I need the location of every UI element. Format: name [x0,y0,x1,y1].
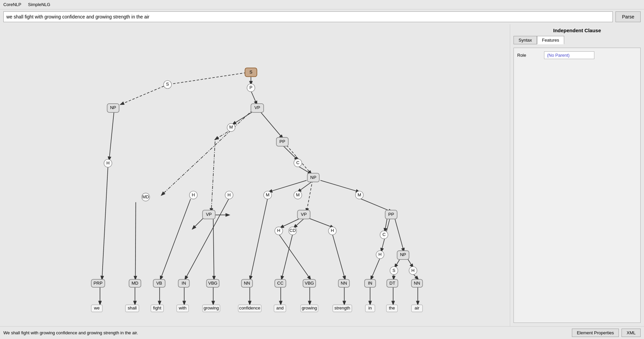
right-panel-title: Independent Clause [514,28,641,33]
tab-syntax[interactable]: Syntax [514,36,537,44]
menu-simplenlg[interactable]: SimpleNLG [28,2,50,7]
bottom-bar: We shall fight with growing confidence a… [0,326,644,339]
svg-line-4 [233,112,253,125]
svg-line-7 [215,131,230,139]
tree-panel: S P VP S NP M PP [0,24,510,326]
xml-button[interactable]: XML [622,329,641,337]
node-S-label: S [250,69,253,75]
node-NP-left-label: NP [110,105,116,110]
node-PP-mid-label: PP [279,139,285,144]
svg-line-12 [136,202,136,280]
tab-features[interactable]: Features [537,36,564,44]
tree-svg: S P VP S NP M PP [0,24,510,326]
pos-PRP-label: PRP [94,281,103,286]
svg-line-35 [371,258,380,279]
role-value: (No Parent) [544,51,594,59]
word-in-text: in [368,305,372,310]
word-growing2-text: growing [302,305,317,310]
role-label: Role [517,53,544,58]
node-M3-label: M [296,192,300,197]
node-MD-circle-label: MD [142,194,149,199]
svg-line-2 [167,72,246,85]
parse-button[interactable]: Parse [615,11,641,22]
svg-line-17 [213,218,214,279]
pos-NN3-label: NN [414,281,420,286]
pos-CC-label: CC [277,281,283,286]
word-we-text: we [94,305,100,310]
svg-line-20 [299,166,311,174]
node-M1-label: M [229,125,233,130]
node-NP-mid-label: NP [310,175,316,180]
svg-line-32 [359,198,392,212]
sentence-input[interactable] [3,11,613,22]
word-air-text: air [415,305,420,310]
word-shall-text: shall [128,305,137,310]
svg-line-30 [309,218,334,228]
node-VP-top-label: VP [254,105,260,110]
svg-line-10 [162,112,251,195]
node-M4-label: M [358,192,361,197]
svg-line-28 [294,218,305,228]
svg-line-6 [109,112,114,160]
node-C1-label: C [296,160,299,165]
app-container: CoreNLP SimpleNLG Parse [0,0,644,339]
svg-line-19 [283,145,298,160]
node-NP-small-label: NP [400,252,406,257]
node-H7-label: H [412,268,415,273]
pos-VB-label: VB [156,281,162,286]
svg-line-9 [102,166,108,279]
pos-IN-label: IN [182,281,186,286]
node-H1-label: H [106,160,109,165]
svg-line-26 [280,218,301,228]
pos-MD-label: MD [131,281,138,286]
element-props-button[interactable]: Element Properties [572,329,619,337]
word-growing1-text: growing [204,305,219,310]
node-H6-label: H [378,252,381,257]
word-confidence-text: confidence [239,305,260,310]
svg-line-21 [269,180,307,192]
pos-DT-label: DT [389,281,395,286]
word-the-text: the [389,305,395,310]
svg-line-8 [211,139,215,212]
node-H5-label: H [331,228,334,233]
node-S-circle-label: S [166,82,169,87]
svg-line-5 [261,112,283,138]
pos-NN2-label: NN [341,281,347,286]
svg-line-24 [320,180,359,192]
main-area: S P VP S NP M PP [0,24,644,326]
pos-VBG-label: VBG [208,281,218,286]
svg-line-27 [279,234,311,279]
word-with-text: with [178,305,186,310]
node-CD-label: CD [289,228,296,233]
pos-IN2-label: IN [368,281,372,286]
node-PP-right-label: PP [388,212,394,217]
node-H2-label: H [192,192,195,197]
svg-line-25 [250,198,268,280]
pos-VBG2-label: VBG [305,281,314,286]
tabs-row: Syntax Features [514,36,641,44]
menu-bar: CoreNLP SimpleNLG [0,0,644,9]
node-P-label: P [250,85,253,90]
node-VP-mid-label: VP [206,212,212,217]
node-C2-label: C [382,232,385,237]
svg-line-3 [121,85,168,104]
properties-area: Role (No Parent) [514,48,641,323]
svg-line-1 [251,91,257,104]
toolbar: Parse [0,9,644,24]
node-S2-label: S [392,268,395,273]
word-fight-text: fight [153,305,161,310]
node-VP-right-label: VP [301,212,307,217]
node-H4-label: H [277,228,280,233]
svg-line-31 [332,234,345,279]
svg-line-14 [160,199,191,279]
word-and-text: and [276,305,284,310]
menu-corenlp[interactable]: CoreNLP [3,2,21,7]
pos-NN1-label: NN [244,281,250,286]
output-sentence: We shall fight with growing confidence a… [3,330,569,335]
role-row: Role (No Parent) [517,51,637,59]
node-M2-label: M [266,192,269,197]
word-strength-text: strength [334,305,350,310]
right-panel: Independent Clause Syntax Features Role … [510,24,644,326]
svg-line-36 [395,218,404,251]
node-H3-label: H [227,192,230,197]
